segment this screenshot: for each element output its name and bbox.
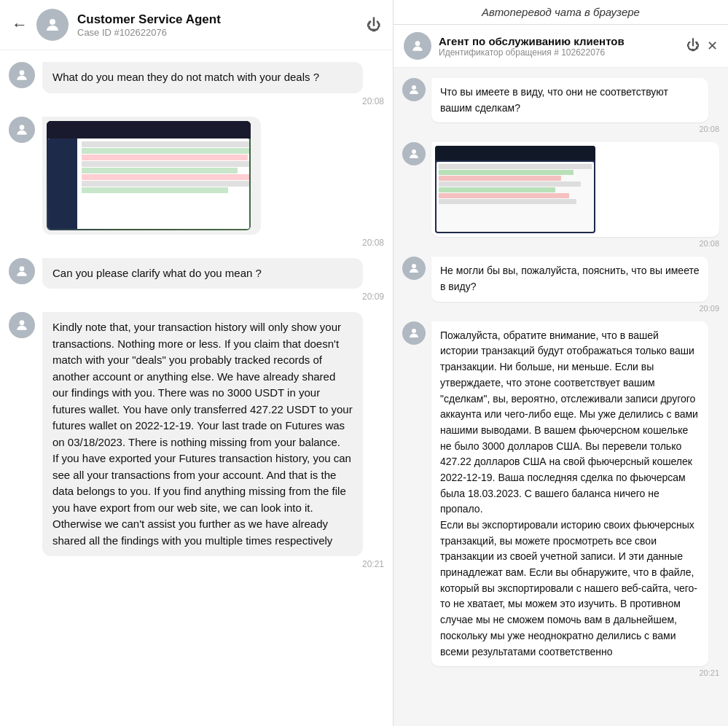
message-row: Не могли бы вы, пожалуйста, пояснить, чт…: [402, 257, 719, 312]
ss-content: [48, 138, 249, 229]
ss-topbar: [47, 121, 251, 137]
message-row: Can you please clarify what do you mean …: [9, 258, 384, 302]
msg-content: Не могли бы вы, пожалуйста, пояснить, чт…: [431, 257, 719, 312]
screenshot-inner: [47, 121, 251, 230]
ss-row: [82, 168, 238, 173]
right-header-icons: ⏻ ✕: [686, 38, 718, 54]
ss2-body: [437, 162, 594, 232]
ss-row: [82, 155, 248, 160]
svg-point-9: [412, 329, 416, 333]
ss2-row: [439, 164, 592, 169]
msg-content: Kindly note that, your transaction histo…: [42, 312, 384, 569]
right-agent-name: Агент по обслуживанию клиентов: [439, 35, 679, 47]
ss-row: [82, 161, 249, 167]
svg-point-2: [20, 125, 25, 130]
message-bubble: Пожалуйста, обратите внимание, что в ваш…: [431, 321, 708, 666]
header-info: Customer Service Agent Case ID #10262207…: [77, 12, 358, 38]
svg-point-4: [20, 320, 25, 325]
message-row: Kindly note that, your transaction histo…: [9, 312, 384, 569]
message-bubble: Что вы имеете в виду, что они не соответ…: [431, 78, 708, 122]
message-bubble: Kindly note that, your transaction histo…: [42, 312, 363, 556]
ss2-row: [439, 182, 581, 187]
right-agent-avatar: [404, 32, 431, 60]
message-row: 20:08: [9, 117, 384, 248]
msg-content: Can you please clarify what do you mean …: [42, 258, 384, 302]
avatar: [402, 78, 426, 101]
avatar: [9, 117, 35, 143]
right-power-button[interactable]: ⏻: [686, 38, 700, 54]
left-header: ← Customer Service Agent Case ID #102622…: [0, 0, 393, 50]
message-row: Что вы имеете в виду, что они не соответ…: [402, 78, 719, 133]
right-chat-messages: Что вы имеете в виду, что они не соответ…: [394, 68, 728, 726]
message-time: 20:08: [431, 125, 719, 133]
message-row: What do you mean they do not match with …: [9, 62, 384, 106]
ss2-row: [439, 193, 569, 198]
message-time: 20:08: [431, 239, 719, 248]
agent-name: Customer Service Agent: [77, 12, 358, 27]
message-bubble: What do you mean they do not match with …: [42, 62, 363, 93]
ss2-inner: [435, 146, 595, 233]
ss-row: [82, 141, 249, 147]
avatar: [9, 312, 35, 338]
message-time: 20:21: [42, 559, 384, 569]
message-time: 20:09: [431, 304, 719, 313]
ss-row: [82, 148, 249, 154]
message-time: 20:08: [42, 238, 384, 248]
avatar: [9, 258, 35, 284]
ss2-row: [439, 187, 555, 192]
screenshot-image: [435, 146, 595, 233]
ss2-topbar: [435, 146, 595, 160]
message-time: 20:08: [42, 96, 384, 106]
message-bubble: Не могли бы вы, пожалуйста, пояснить, чт…: [431, 257, 708, 301]
svg-point-0: [50, 19, 55, 25]
avatar: [402, 142, 426, 165]
ss-row: [82, 174, 249, 180]
message-time: 20:21: [431, 668, 719, 677]
screenshot-bubble: [42, 117, 261, 235]
power-button[interactable]: ⏻: [367, 17, 381, 34]
msg-content: Пожалуйста, обратите внимание, что в ваш…: [431, 321, 719, 677]
ss-sidebar: [48, 138, 77, 229]
ss-rows: [79, 138, 249, 229]
svg-point-3: [20, 266, 25, 271]
right-header-info: Агент по обслуживанию клиентов Идентифик…: [439, 35, 679, 58]
svg-point-5: [415, 41, 420, 46]
ss2-row: [439, 170, 574, 175]
right-panel: Автоперевод чата в браузере Агент по обс…: [394, 0, 728, 726]
message-bubble: Can you please clarify what do you mean …: [42, 258, 363, 289]
screenshot-bubble: [431, 142, 719, 237]
avatar: [402, 257, 426, 280]
msg-content: Что вы имеете в виду, что они не соответ…: [431, 78, 719, 133]
back-button[interactable]: ←: [12, 15, 28, 34]
msg-content: 20:08: [42, 117, 384, 248]
agent-avatar: [36, 9, 69, 41]
avatar: [9, 62, 35, 88]
svg-point-1: [20, 70, 25, 75]
message-row: 20:08: [402, 142, 719, 248]
svg-point-6: [412, 85, 416, 90]
ss-row: [82, 181, 249, 187]
chat-messages: What do you mean they do not match with …: [0, 50, 393, 726]
ss-row: [82, 187, 228, 193]
avatar: [402, 321, 426, 345]
right-case-id: Идентификатор обращения # 102622076: [439, 47, 679, 58]
right-header: Агент по обслуживанию клиентов Идентифик…: [394, 25, 728, 68]
svg-point-7: [412, 149, 416, 154]
ss2-row: [439, 199, 576, 204]
message-row: Пожалуйста, обратите внимание, что в ваш…: [402, 321, 719, 677]
screenshot-image: [47, 121, 251, 230]
right-close-button[interactable]: ✕: [707, 38, 718, 54]
msg-content: What do you mean they do not match with …: [42, 62, 384, 106]
case-id: Case ID #102622076: [77, 27, 358, 38]
auto-translate-bar: Автоперевод чата в браузере: [394, 0, 728, 25]
message-time: 20:09: [42, 292, 384, 302]
msg-content: 20:08: [431, 142, 719, 248]
left-chat-panel: ← Customer Service Agent Case ID #102622…: [0, 0, 394, 726]
svg-point-8: [412, 264, 416, 268]
ss2-row: [439, 176, 561, 181]
